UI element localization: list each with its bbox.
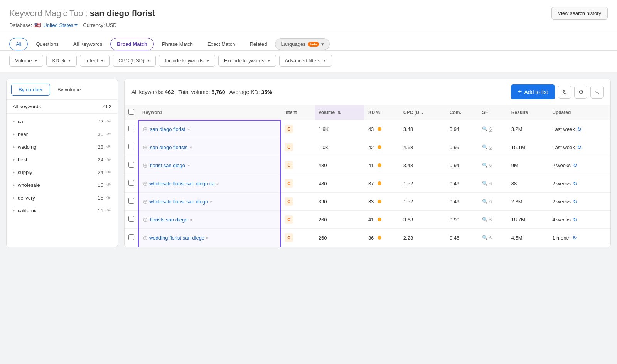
keyword-link[interactable]: wedding florist san diego — [149, 235, 204, 241]
com-cell: 0.49 — [446, 174, 478, 193]
list-item[interactable]: supply 24 👁 — [7, 166, 118, 179]
row-refresh-icon[interactable]: ↻ — [573, 199, 577, 205]
add-keyword-icon[interactable]: ⊕ — [143, 198, 148, 205]
add-keyword-icon[interactable]: ⊕ — [143, 234, 148, 242]
keyword-link[interactable]: wholesale florist san diego ca — [149, 181, 215, 186]
row-checkbox[interactable] — [128, 234, 134, 240]
intent-badge: C — [285, 179, 293, 188]
list-item[interactable]: wholesale 16 👁 — [7, 179, 118, 191]
add-to-list-button[interactable]: + Add to list — [511, 84, 555, 99]
list-item[interactable]: wedding 28 👁 — [7, 141, 118, 153]
include-keywords-filter[interactable]: Include keywords — [159, 55, 215, 67]
tab-all-keywords[interactable]: All Keywords — [67, 38, 109, 50]
add-keyword-icon[interactable]: ⊕ — [143, 162, 148, 169]
add-keyword-icon[interactable]: ⊕ — [143, 216, 148, 223]
row-refresh-icon[interactable]: ↻ — [577, 126, 582, 132]
expand-icon — [13, 120, 15, 123]
page-title: Keyword Magic Tool: san diego florist — [9, 8, 155, 18]
languages-dropdown[interactable]: Languages beta ▾ — [275, 38, 330, 50]
export-button[interactable] — [590, 86, 604, 99]
add-keyword-icon[interactable]: ⊕ — [143, 180, 148, 187]
keyword-arrows-icon[interactable]: » — [190, 217, 192, 222]
by-number-toggle[interactable]: By number — [11, 84, 50, 96]
row-checkbox[interactable] — [128, 180, 134, 186]
row-refresh-icon[interactable]: ↻ — [573, 217, 577, 223]
volume-column-header[interactable]: Volume ⇅ — [315, 105, 364, 120]
eye-icon[interactable]: 👁 — [106, 208, 111, 213]
add-keyword-icon[interactable]: ⊕ — [143, 126, 148, 133]
database-selector[interactable]: United States — [43, 22, 78, 28]
keyword-link[interactable]: san diego florists — [150, 144, 188, 150]
keyword-arrows-icon[interactable]: » — [190, 145, 192, 149]
tab-phrase-match[interactable]: Phrase Match — [155, 38, 199, 50]
keyword-cell: ⊕ san diego florist » — [138, 120, 280, 138]
keyword-link[interactable]: san diego florist — [150, 126, 185, 132]
row-refresh-icon[interactable]: ↻ — [573, 181, 577, 186]
row-checkbox[interactable] — [128, 126, 134, 131]
advanced-filters[interactable]: Advanced filters — [279, 55, 332, 67]
row-checkbox[interactable] — [128, 162, 134, 168]
row-checkbox[interactable] — [128, 198, 134, 204]
results-cell: 15.1M — [507, 138, 549, 156]
list-item[interactable]: california 11 👁 — [7, 204, 118, 217]
sf-cell: 🔍6 — [478, 174, 507, 193]
eye-icon[interactable]: 👁 — [106, 182, 111, 188]
keyword-link[interactable]: wholesale florist san diego — [149, 199, 208, 205]
expand-icon — [13, 184, 15, 187]
tab-all[interactable]: All — [9, 38, 28, 50]
keyword-arrows-icon[interactable]: » — [187, 163, 190, 168]
sf-icon: 🔍 — [482, 126, 488, 132]
intent-badge: C — [285, 161, 293, 169]
tab-questions[interactable]: Questions — [29, 38, 65, 50]
row-refresh-icon[interactable]: ↻ — [577, 144, 582, 150]
intent-cell: C — [280, 156, 315, 174]
row-refresh-icon[interactable]: ↻ — [573, 163, 577, 168]
intent-filter[interactable]: Intent — [80, 55, 110, 67]
sf-icon: 🔍 — [482, 235, 488, 240]
exclude-keywords-filter[interactable]: Exclude keywords — [218, 55, 276, 67]
tab-broad-match[interactable]: Broad Match — [110, 38, 154, 50]
cpc-filter[interactable]: CPC (USD) — [113, 55, 156, 67]
eye-icon[interactable]: 👁 — [106, 169, 111, 175]
eye-icon[interactable]: 👁 — [106, 119, 111, 124]
row-checkbox[interactable] — [128, 216, 134, 222]
eye-icon[interactable]: 👁 — [106, 131, 111, 137]
view-search-history-button[interactable]: View search history — [551, 7, 608, 20]
keyword-link[interactable]: florist san diego — [150, 163, 185, 168]
list-item[interactable]: near 36 👁 — [7, 128, 118, 141]
sf-cell: 🔍5 — [478, 138, 507, 156]
select-all-header[interactable] — [125, 105, 138, 120]
eye-icon[interactable]: 👁 — [106, 157, 111, 163]
kd-filter[interactable]: KD % — [46, 55, 76, 67]
row-refresh-icon[interactable]: ↻ — [573, 235, 577, 241]
volume-chevron-icon — [34, 60, 37, 62]
include-chevron-icon — [206, 60, 209, 62]
add-keyword-icon[interactable]: ⊕ — [143, 144, 148, 151]
updated-cell: 2 weeks↻ — [548, 156, 610, 174]
sf-cell: 🔍6 — [478, 229, 507, 247]
eye-icon[interactable]: 👁 — [106, 195, 111, 201]
list-item[interactable]: ca 72 👁 — [7, 115, 118, 128]
keyword-arrows-icon[interactable]: » — [206, 235, 208, 240]
keyword-arrows-icon[interactable]: » — [209, 199, 212, 204]
refresh-button[interactable]: ↻ — [558, 86, 571, 99]
select-all-checkbox[interactable] — [128, 109, 134, 115]
keyword-cell: ⊕ san diego florists » — [138, 138, 280, 156]
list-item[interactable]: best 24 👁 — [7, 153, 118, 166]
keyword-arrows-icon[interactable]: » — [187, 127, 190, 131]
row-checkbox[interactable] — [128, 144, 134, 149]
eye-icon[interactable]: 👁 — [106, 144, 111, 150]
kd-dot — [378, 218, 381, 221]
tab-exact-match[interactable]: Exact Match — [201, 38, 242, 50]
tab-related[interactable]: Related — [243, 38, 274, 50]
by-volume-toggle[interactable]: By volume — [50, 84, 88, 96]
list-item[interactable]: delivery 15 👁 — [7, 191, 118, 204]
row-checkbox-cell[interactable] — [125, 120, 138, 138]
sort-icon: ⇅ — [337, 111, 341, 115]
com-cell: 0.99 — [446, 138, 478, 156]
keyword-column-header[interactable]: Keyword — [138, 105, 280, 120]
keyword-arrows-icon[interactable]: » — [216, 181, 219, 186]
settings-button[interactable]: ⚙ — [574, 86, 587, 99]
keyword-link[interactable]: florists san diego — [150, 217, 188, 223]
volume-filter[interactable]: Volume — [9, 55, 43, 67]
